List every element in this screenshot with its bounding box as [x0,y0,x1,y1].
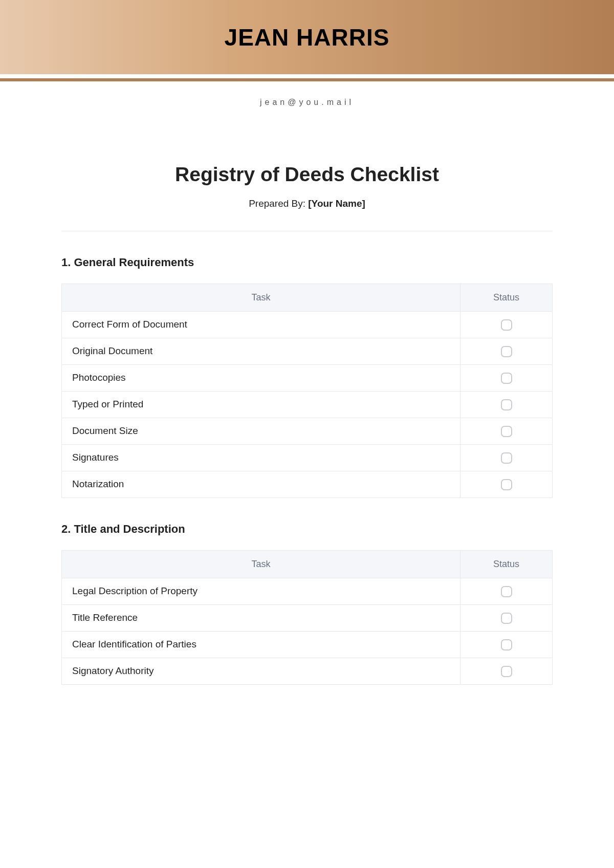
content-area: Registry of Deeds Checklist Prepared By:… [0,163,614,685]
section-title-1: 1. General Requirements [61,256,553,269]
task-cell: Signatory Authority [62,658,461,684]
checkbox-icon[interactable] [501,373,512,384]
table-row: Original Document [62,338,553,364]
task-cell: Legal Description of Property [62,578,461,604]
table-row: Title Reference [62,604,553,631]
column-header-task: Task [62,550,461,578]
table-row: Legal Description of Property [62,578,553,604]
task-cell: Photocopies [62,364,461,391]
task-cell: Title Reference [62,604,461,631]
task-cell: Original Document [62,338,461,364]
section-title-2: 2. Title and Description [61,523,553,536]
column-header-status: Status [461,550,553,578]
checkbox-icon[interactable] [501,586,512,597]
prepared-by: Prepared By: [Your Name] [61,198,553,209]
checkbox-icon[interactable] [501,639,512,650]
task-cell: Signatures [62,444,461,471]
checkbox-icon[interactable] [501,426,512,437]
status-cell [461,364,553,391]
status-cell [461,578,553,604]
prepared-by-value: [Your Name] [308,198,365,209]
column-header-status: Status [461,284,553,312]
task-cell: Typed or Printed [62,391,461,418]
status-cell [461,604,553,631]
checkbox-icon[interactable] [501,319,512,331]
table-row: Correct Form of Document [62,312,553,338]
task-cell: Correct Form of Document [62,312,461,338]
status-cell [461,418,553,444]
status-cell [461,444,553,471]
table-row: Signatures [62,444,553,471]
header-email: jean@you.mail [0,98,614,107]
table-row: Photocopies [62,364,553,391]
checklist-table-2: Task Status Legal Description of Propert… [61,550,553,685]
divider [61,231,553,231]
checkbox-icon[interactable] [501,666,512,677]
status-cell [461,631,553,658]
table-row: Document Size [62,418,553,444]
status-cell [461,658,553,684]
task-cell: Document Size [62,418,461,444]
checkbox-icon[interactable] [501,479,512,490]
table-row: Clear Identification of Parties [62,631,553,658]
checkbox-icon[interactable] [501,613,512,624]
status-cell [461,391,553,418]
status-cell [461,471,553,497]
header-banner: JEAN HARRIS [0,0,614,74]
task-cell: Clear Identification of Parties [62,631,461,658]
prepared-by-label: Prepared By: [249,198,308,209]
status-cell [461,312,553,338]
column-header-task: Task [62,284,461,312]
task-cell: Notarization [62,471,461,497]
header-name: JEAN HARRIS [225,24,390,51]
checklist-table-1: Task Status Correct Form of Document Ori… [61,284,553,498]
checkbox-icon[interactable] [501,399,512,410]
status-cell [461,338,553,364]
accent-bar [0,78,614,81]
table-row: Notarization [62,471,553,497]
document-title: Registry of Deeds Checklist [61,163,553,186]
table-row: Typed or Printed [62,391,553,418]
table-row: Signatory Authority [62,658,553,684]
checkbox-icon[interactable] [501,346,512,357]
checkbox-icon[interactable] [501,452,512,464]
